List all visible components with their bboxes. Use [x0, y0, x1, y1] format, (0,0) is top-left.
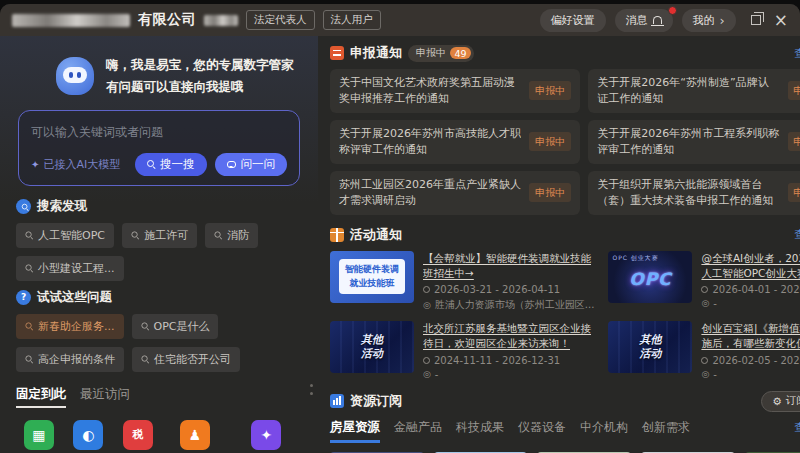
app-tax-service[interactable]: 税 税务服务: [115, 420, 161, 453]
discovery-tag[interactable]: 施工许可: [122, 223, 197, 248]
my-account-button[interactable]: 我的 ›: [682, 9, 736, 32]
search-discovery-tags: 人工智能OPC 施工许可 消防 小型建设工程...: [16, 223, 310, 281]
search-button[interactable]: 搜一搜: [135, 153, 207, 176]
activity-thumbnail: 智能硬件装调 就业技能班: [330, 251, 414, 303]
window-close-button[interactable]: ×: [774, 12, 788, 29]
discovery-tag[interactable]: 消防: [205, 223, 258, 248]
search-icon: [25, 323, 32, 330]
location-icon: ◎: [423, 370, 431, 379]
search-icon: [25, 265, 32, 272]
search-icon: [25, 356, 32, 363]
gift-icon: [330, 228, 344, 242]
notice-item[interactable]: 关于中国文化艺术政府奖第五届动漫奖申报推荐工作的通知 申报中: [330, 69, 580, 113]
notice-item[interactable]: 苏州工业园区2026年重点产业紧缺人才需求调研启动 申报中: [330, 171, 580, 215]
activity-title-link[interactable]: 北交所江苏服务基地暨立园区企业接待日，欢迎园区企业来访来询！: [423, 321, 594, 351]
gear-icon: ⚙: [772, 395, 781, 407]
activity-thumbnail: 其他活动: [330, 321, 414, 373]
activities-title: 活动通知: [350, 226, 402, 244]
activity-card[interactable]: OPC 创业大赛 OPC @全球AI创业者，2026国际人工智能OPC创业大赛报…: [608, 251, 800, 312]
notification-dot: [668, 6, 677, 15]
discovery-tag[interactable]: 人工智能OPC: [16, 223, 114, 248]
status-badge: 申报中: [788, 183, 800, 202]
declare-more-link[interactable]: 查看更多: [795, 46, 800, 61]
activity-thumbnail: OPC 创业大赛 OPC: [608, 251, 692, 303]
assistant-avatar: [54, 55, 96, 97]
app-employment-service[interactable]: ♟ 用工服务: [165, 420, 225, 453]
ai-search-input[interactable]: [31, 125, 287, 139]
clock-icon: [701, 357, 708, 364]
status-badge: 申报中: [529, 132, 571, 151]
compass-icon: ◐: [73, 420, 103, 450]
activity-card[interactable]: 其他活动 北交所江苏服务基地暨立园区企业接待日，欢迎园区企业来访来询！ 2024…: [330, 321, 594, 379]
question-circle-icon: ?: [16, 290, 31, 305]
messages-button[interactable]: 消息: [615, 9, 673, 32]
building-icon: ▦: [24, 420, 54, 450]
tab-tech-achievements[interactable]: 科技成果: [456, 419, 504, 436]
ai-input-card: ✦ 已接入AI大模型 搜一搜 问一问: [18, 110, 300, 186]
search-discovery-header: 搜索发现: [16, 198, 310, 215]
resources-title: 资源订阅: [350, 392, 402, 410]
chat-bubble-icon: [227, 161, 236, 168]
preferences-button[interactable]: 偏好设置: [540, 9, 606, 32]
status-badge: 申报中: [788, 81, 800, 100]
bar-chart-icon: [330, 394, 344, 408]
notice-item[interactable]: 关于开展2026年苏州市高技能人才职称评审工作的通知 申报中: [330, 120, 580, 164]
try-questions-header: ? 试试这些问题: [16, 289, 310, 306]
tab-housing-resources[interactable]: 房屋资源: [330, 419, 380, 443]
activity-thumbnail: 其他活动: [608, 321, 692, 373]
notice-item[interactable]: 关于开展2026年“苏州制造”品牌认证工作的通知 申报中: [588, 69, 800, 113]
location-icon: ◎: [701, 299, 709, 308]
notice-item[interactable]: 关于开展2026年苏州市工程系列职称评审工作的通知 申报中: [588, 120, 800, 164]
question-tag-highlighted[interactable]: 新春助企服务...: [16, 314, 124, 339]
discovery-search-icon: [16, 199, 31, 214]
resource-subscription-section: 资源订阅 ⚙ 订阅设置 房屋资源 金融产品 科技成果 仪器设备 中介机构 创新需…: [330, 391, 800, 453]
bell-icon: [653, 16, 662, 24]
activity-title-link[interactable]: 创业百宝箱|《新增值税法实施后，有哪些新变化值得关注》: [701, 321, 800, 351]
search-icon: [25, 232, 32, 239]
location-icon: ◎: [423, 301, 431, 310]
search-icon: [131, 232, 138, 239]
try-question-tags: 新春助企服务... OPC是什么 高企申报的条件 住宅能否开公司: [16, 314, 310, 372]
app-window: 有限公司 法定代表人 法人用户 偏好设置 消息 我的 › ×: [0, 4, 800, 453]
worker-icon: ♟: [180, 420, 210, 450]
tab-intermediaries[interactable]: 中介机构: [580, 419, 628, 436]
declare-title: 申报通知: [350, 44, 402, 62]
search-icon: [141, 356, 148, 363]
question-tag[interactable]: OPC是什么: [132, 314, 219, 339]
declare-doc-icon: [330, 46, 344, 60]
status-badge: 申报中: [788, 132, 800, 151]
subscription-settings-button[interactable]: ⚙ 订阅设置: [761, 391, 800, 412]
app-invest-startup[interactable]: ◐ 投资创业: [66, 420, 112, 453]
app-innovation-demand[interactable]: ✦ 创新需求服务: [229, 420, 304, 453]
chevron-right-icon: ›: [720, 14, 725, 27]
tab-instruments[interactable]: 仪器设备: [518, 419, 566, 436]
window-restore-button[interactable]: [751, 15, 761, 25]
activity-title-link[interactable]: @全球AI创业者，2026国际人工智能OPC创业大赛报名通道开启: [701, 251, 800, 281]
company-name-suffix: 有限公司: [138, 11, 196, 29]
activity-title-link[interactable]: 【会帮就业】智能硬件装调就业技能班招生中→: [423, 251, 594, 281]
tab-innovation-demand[interactable]: 创新需求: [642, 419, 690, 436]
question-tag[interactable]: 住宅能否开公司: [132, 347, 240, 372]
tab-recent-visits[interactable]: 最近访问: [80, 386, 130, 403]
app-project-construction[interactable]: ▦ 项目建设: [16, 420, 62, 453]
content-panel: 申报通知 申报中 49 查看更多 关于中国文化艺术政府奖第五届动漫奖申报推荐工作…: [318, 36, 800, 453]
activity-card[interactable]: 其他活动 创业百宝箱|《新增值税法实施后，有哪些新变化值得关注》 2026-02…: [608, 321, 800, 379]
question-tag[interactable]: 高企申报的条件: [16, 347, 124, 372]
sparkle-icon: ✦: [31, 159, 39, 170]
ask-button[interactable]: 问一问: [215, 153, 288, 176]
discovery-tag[interactable]: 小型建设工程...: [16, 256, 124, 281]
company-name-redacted: [12, 14, 130, 27]
company-badge-redacted: [204, 15, 238, 26]
declare-notices-section: 申报通知 申报中 49 查看更多 关于中国文化艺术政府奖第五届动漫奖申报推荐工作…: [330, 44, 800, 215]
search-icon: [214, 232, 221, 239]
tab-financial-products[interactable]: 金融产品: [394, 419, 442, 436]
resources-more-link[interactable]: 查看更多: [795, 420, 800, 435]
notice-item[interactable]: 关于组织开展第六批能源领域首台（套）重大技术装备申报工作的通知 申报中: [588, 171, 800, 215]
role-tag-legal-rep: 法定代表人: [246, 10, 315, 30]
activities-more-link[interactable]: 查看更多: [795, 227, 800, 242]
activity-card[interactable]: 智能硬件装调 就业技能班 【会帮就业】智能硬件装调就业技能班招生中→ 2026-…: [330, 251, 594, 312]
ai-model-note: ✦ 已接入AI大模型: [31, 157, 120, 172]
activity-notices-section: 活动通知 查看更多 智能硬件装调 就业技能班 【会帮就业】智能硬件装调就业技能班…: [330, 226, 800, 380]
tab-pinned[interactable]: 固定到此: [16, 386, 66, 408]
clock-icon: [423, 357, 430, 364]
